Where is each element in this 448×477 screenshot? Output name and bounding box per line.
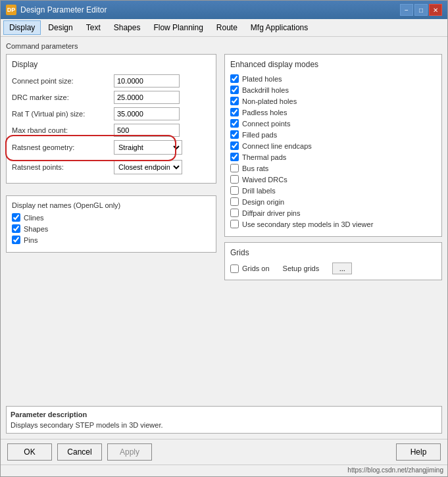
- rat-t-size-input[interactable]: [114, 107, 180, 120]
- drc-marker-size-input[interactable]: [114, 91, 180, 104]
- thermal-pads-checkbox[interactable]: [230, 153, 239, 161]
- menu-item-text[interactable]: Text: [80, 20, 107, 35]
- drill-labels-checkbox[interactable]: [230, 186, 239, 195]
- padless-holes-checkbox[interactable]: [230, 108, 239, 116]
- menu-item-display[interactable]: Display: [3, 20, 41, 35]
- bus-rats-label: Bus rats: [242, 164, 268, 172]
- secondary-step-models-row: Use secondary step models in 3D viewer: [230, 220, 436, 228]
- title-bar-left: DP Design Parameter Editor: [6, 5, 107, 15]
- minimize-button[interactable]: −: [400, 4, 413, 16]
- connect-line-endcaps-label: Connect line endcaps: [242, 142, 312, 150]
- max-rband-count-input[interactable]: [114, 124, 180, 137]
- setup-grids-button[interactable]: ...: [332, 263, 352, 274]
- ratsnest-geometry-select[interactable]: Straight Curved: [114, 140, 182, 155]
- left-panel: Display Connect point size: DRC marker s…: [6, 54, 216, 401]
- opengl-shapes-checkbox[interactable]: [12, 224, 20, 233]
- main-panel: Display Connect point size: DRC marker s…: [6, 54, 442, 401]
- right-panel: Enhanced display modes Plated holes Back…: [224, 54, 442, 401]
- maximize-button[interactable]: □: [414, 4, 428, 16]
- diffpair-driver-pins-label: Diffpair driver pins: [242, 209, 300, 217]
- opengl-pins-checkbox[interactable]: [12, 236, 20, 244]
- menu-item-flow-planning[interactable]: Flow Planning: [147, 20, 209, 35]
- bottom-bar: OK Cancel Apply Help: [1, 439, 447, 464]
- ratsnest-points-label: Ratsnest points:: [12, 163, 114, 171]
- grids-section: Grids Grids on Setup grids ...: [224, 242, 442, 280]
- waived-drcs-row: Waived DRCs: [230, 175, 436, 184]
- opengl-title: Display net names (OpenGL only): [12, 201, 211, 209]
- opengl-clines-row: Clines: [12, 213, 211, 222]
- secondary-step-models-checkbox[interactable]: [230, 220, 239, 228]
- grids-row: Grids on Setup grids ...: [230, 263, 436, 274]
- status-bar: https://blog.csdn.net/zhangjiming: [1, 464, 447, 476]
- menu-item-shapes[interactable]: Shapes: [108, 20, 147, 35]
- grids-on-row: Grids on: [230, 264, 270, 273]
- section-label: Command parameters: [6, 42, 442, 50]
- connect-point-size-label: Connect point size:: [12, 77, 114, 85]
- filled-pads-label: Filled pads: [242, 131, 277, 139]
- thermal-pads-row: Thermal pads: [230, 153, 436, 161]
- drc-marker-size-label: DRC marker size:: [12, 93, 114, 101]
- opengl-shapes-row: Shapes: [12, 224, 211, 233]
- connect-point-size-input[interactable]: [114, 74, 180, 88]
- filled-pads-row: Filled pads: [230, 130, 436, 139]
- display-box: Display Connect point size: DRC marker s…: [6, 54, 216, 184]
- enhanced-title: Enhanced display modes: [230, 60, 436, 69]
- rat-t-size-row: Rat T (Virtual pin) size:: [12, 107, 211, 120]
- opengl-pins-label: Pins: [24, 236, 37, 244]
- waived-drcs-checkbox[interactable]: [230, 175, 239, 184]
- main-window: DP Design Parameter Editor − □ ✕ Display…: [0, 0, 448, 477]
- ratsnest-geometry-label: Ratsnest geometry:: [12, 143, 114, 151]
- backdrill-holes-label: Backdrill holes: [242, 86, 289, 94]
- bus-rats-checkbox[interactable]: [230, 164, 239, 172]
- display-title: Display: [12, 60, 211, 69]
- app-icon: DP: [6, 5, 16, 15]
- diffpair-driver-pins-checkbox[interactable]: [230, 209, 239, 217]
- connect-points-label: Connect points: [242, 120, 290, 128]
- plated-holes-row: Plated holes: [230, 74, 436, 83]
- description-title: Parameter description: [11, 411, 437, 418]
- grids-on-label: Grids on: [242, 264, 270, 272]
- connect-line-endcaps-row: Connect line endcaps: [230, 141, 436, 150]
- connect-points-checkbox[interactable]: [230, 119, 239, 128]
- backdrill-holes-row: Backdrill holes: [230, 86, 436, 94]
- waived-drcs-label: Waived DRCs: [242, 176, 287, 184]
- opengl-clines-label: Clines: [24, 214, 44, 222]
- help-button[interactable]: Help: [396, 443, 441, 461]
- menu-item-mfg-applications[interactable]: Mfg Applications: [245, 20, 314, 35]
- ratsnest-points-select[interactable]: Closest endpoint Center: [114, 160, 182, 174]
- rat-t-size-label: Rat T (Virtual pin) size:: [12, 110, 114, 118]
- description-section: Parameter description Displays secondary…: [6, 406, 442, 434]
- thermal-pads-label: Thermal pads: [242, 153, 286, 161]
- menu-item-route[interactable]: Route: [211, 20, 243, 35]
- menu-bar: Display Design Text Shapes Flow Planning…: [1, 19, 447, 37]
- padless-holes-row: Padless holes: [230, 108, 436, 116]
- drill-labels-label: Drill labels: [242, 187, 276, 195]
- design-origin-checkbox[interactable]: [230, 197, 239, 206]
- connect-point-size-row: Connect point size:: [12, 74, 211, 88]
- grids-on-checkbox[interactable]: [230, 264, 239, 273]
- backdrill-holes-checkbox[interactable]: [230, 86, 239, 94]
- design-origin-label: Design origin: [242, 198, 284, 206]
- max-rband-count-row: Max rband count:: [12, 124, 211, 137]
- non-plated-holes-checkbox[interactable]: [230, 97, 239, 105]
- opengl-pins-row: Pins: [12, 236, 211, 244]
- enhanced-section: Enhanced display modes Plated holes Back…: [224, 54, 442, 237]
- connect-line-endcaps-checkbox[interactable]: [230, 141, 239, 150]
- description-text: Displays secondary STEP models in 3D vie…: [11, 421, 437, 429]
- ratsnest-geometry-row: Ratsnest geometry: Straight Curved: [12, 140, 211, 155]
- apply-button[interactable]: Apply: [107, 443, 152, 461]
- setup-grids-label: Setup grids: [283, 264, 320, 272]
- opengl-clines-checkbox[interactable]: [12, 213, 20, 222]
- ok-button[interactable]: OK: [7, 443, 52, 461]
- menu-item-design[interactable]: Design: [42, 20, 78, 35]
- connect-points-row: Connect points: [230, 119, 436, 128]
- padless-holes-label: Padless holes: [242, 109, 287, 116]
- plated-holes-checkbox[interactable]: [230, 74, 239, 83]
- title-buttons: − □ ✕: [400, 4, 442, 16]
- filled-pads-checkbox[interactable]: [230, 130, 239, 139]
- cancel-button[interactable]: Cancel: [57, 443, 102, 461]
- drill-labels-row: Drill labels: [230, 186, 436, 195]
- main-content: Command parameters Display Connect point…: [1, 37, 447, 439]
- plated-holes-label: Plated holes: [242, 75, 282, 83]
- close-button[interactable]: ✕: [429, 4, 442, 16]
